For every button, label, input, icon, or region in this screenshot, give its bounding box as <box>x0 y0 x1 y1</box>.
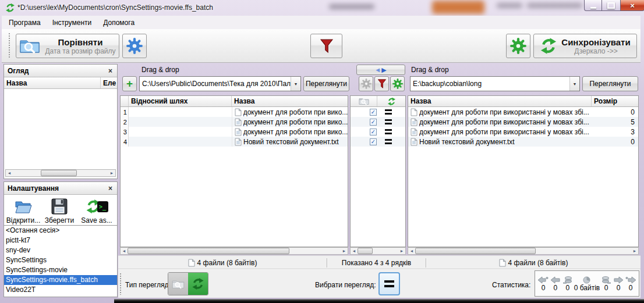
scrollbar-thumb[interactable] <box>41 170 77 176</box>
console-icon: >_ <box>97 201 108 212</box>
folder-search-icon <box>19 38 40 54</box>
table-row[interactable]: 4 Новий текстовий документ.txt <box>121 137 348 147</box>
include-checkbox[interactable]: ✓ <box>370 138 377 145</box>
settings-toolbar: Відкрити... Зберегти <box>4 195 117 226</box>
list-item[interactable]: sny-dev <box>4 245 117 255</box>
list-item-selected[interactable]: SyncSettings-movie.ffs_batch <box>4 275 117 285</box>
column-size[interactable]: Розмір <box>592 96 638 106</box>
equal-icon[interactable] <box>385 109 392 115</box>
toolbar-gripper[interactable] <box>8 33 10 58</box>
scrollbar-thumb[interactable] <box>415 248 536 254</box>
column-name[interactable]: Назва <box>408 96 592 106</box>
include-checkbox[interactable]: ✓ <box>370 109 377 116</box>
include-checkbox[interactable]: ✓ <box>370 129 377 136</box>
compare-settings-button[interactable] <box>122 34 147 58</box>
title-bar[interactable]: *D:\users\lex\MyDocuments\cron\SyncSetti… <box>0 0 644 16</box>
list-item[interactable]: SyncSettings <box>4 255 117 265</box>
close-icon[interactable]: × <box>107 67 114 75</box>
menu-program[interactable]: Програма <box>4 17 45 28</box>
category-view-button[interactable] <box>168 273 188 295</box>
scroll-left-icon[interactable]: ◄ <box>408 248 415 254</box>
column-name[interactable]: Назва <box>232 96 348 106</box>
column-relative-path[interactable]: Відносний шлях <box>129 96 232 106</box>
table-row[interactable]: документ для роботи при використанні у м… <box>408 117 638 127</box>
settings-panel: Налаштування × Відкрити... <box>3 181 118 297</box>
local-sync-settings-button[interactable] <box>390 76 405 91</box>
menu-help[interactable]: Допомога <box>98 17 139 28</box>
scroll-left-icon[interactable]: ◄ <box>6 170 13 176</box>
table-row[interactable]: 1 документ для роботи при вико... <box>121 107 348 117</box>
right-grid-hscrollbar[interactable]: ◄ ► <box>408 247 639 255</box>
save-as-batch-button[interactable]: >_ Save as... <box>77 197 116 224</box>
equal-icon[interactable] <box>385 139 392 144</box>
equal-icon[interactable] <box>385 129 392 134</box>
file-icon <box>411 108 417 116</box>
open-config-button[interactable]: Відкрити... <box>5 197 41 224</box>
browse-left-button[interactable]: Переглянути <box>303 76 349 91</box>
scroll-right-icon[interactable]: ► <box>108 170 115 176</box>
add-folder-pair-button[interactable]: + <box>122 76 137 91</box>
browse-right-button[interactable]: Переглянути <box>582 76 638 91</box>
table-row[interactable]: документ для роботи при використанні у м… <box>408 107 638 117</box>
include-checkbox[interactable]: ✓ <box>370 119 377 126</box>
table-row[interactable]: 2 документ для роботи при вико... <box>121 117 348 127</box>
scroll-right-icon[interactable]: ► <box>398 248 405 254</box>
column-name[interactable]: Назва <box>4 77 101 88</box>
local-compare-settings-button[interactable] <box>359 76 373 91</box>
list-item[interactable]: SyncSettings-movie <box>4 265 117 275</box>
compare-button[interactable]: Порівняти Дата та розмір файлу <box>16 34 119 58</box>
left-folder-combobox[interactable]: C:\Users\Public\Documents\Тека для 2010\… <box>139 76 301 91</box>
row-number: 2 <box>121 117 129 127</box>
equal-icon[interactable] <box>385 119 392 124</box>
status-center: Показано 4 з 4 рядків <box>327 256 426 270</box>
scrollbar-thumb[interactable] <box>358 248 373 254</box>
action-column-header[interactable] <box>377 96 405 106</box>
main-toolbar: Порівняти Дата та розмір файлу <box>2 29 641 63</box>
sync-settings-button[interactable] <box>506 34 530 58</box>
swap-sides-button[interactable]: ◄▶ <box>356 65 405 75</box>
close-button[interactable]: × <box>620 0 644 11</box>
drag-drop-label-left: Drag & drop <box>141 66 179 74</box>
category-column-header[interactable] <box>351 96 377 106</box>
table-row: ✓ <box>351 127 405 137</box>
left-grid-hscrollbar[interactable]: ◄ ► <box>120 247 348 255</box>
chevron-down-icon[interactable]: ▼ <box>291 77 300 91</box>
overview-hscrollbar[interactable]: ◄ ► <box>5 169 116 177</box>
relative-path-cell <box>129 107 232 117</box>
file-icon <box>235 118 242 126</box>
table-row[interactable]: документ для роботи при використанні у м… <box>408 127 638 137</box>
close-icon[interactable]: × <box>107 184 114 193</box>
chevron-down-icon[interactable]: ▼ <box>569 77 579 91</box>
list-item[interactable]: Video22T <box>4 285 117 295</box>
background-blur-text <box>527 3 582 8</box>
equal-view-filter-button[interactable] <box>378 272 400 295</box>
list-item[interactable]: pictt-kt7 <box>4 236 117 245</box>
scroll-left-icon[interactable]: ◄ <box>121 248 128 254</box>
local-filter-button[interactable] <box>374 76 389 91</box>
table-row[interactable]: 3 документ для роботи при вико... <box>121 127 348 137</box>
scroll-right-icon[interactable]: ► <box>631 248 638 254</box>
save-config-button[interactable]: Зберегти <box>41 197 77 224</box>
middle-grid-hscrollbar[interactable]: ◄ ► <box>350 247 406 255</box>
scroll-right-icon[interactable]: ► <box>341 248 348 254</box>
synchronize-button[interactable]: Синхронізувати Дзеркало ->> <box>533 34 637 58</box>
table-row[interactable]: Новий текстовий документ.txt 0 <box>408 137 638 147</box>
overview-tree-area[interactable] <box>4 89 117 163</box>
sync-icon <box>192 277 204 290</box>
scroll-left-icon[interactable]: ◄ <box>351 248 358 254</box>
open-folder-icon <box>14 198 33 215</box>
minimize-button[interactable] <box>584 0 602 11</box>
column-items[interactable]: Еле <box>101 77 117 88</box>
list-item[interactable]: <Остання сесія> <box>4 226 117 236</box>
overview-panel-header: Огляд × <box>4 65 117 77</box>
action-view-button[interactable] <box>188 273 208 295</box>
filter-button[interactable] <box>310 34 342 58</box>
gear-icon <box>510 38 526 54</box>
menu-tools[interactable]: Інструменти <box>48 17 97 28</box>
maximize-button[interactable] <box>602 0 620 11</box>
right-folder-combobox[interactable]: E:\backup\cobian\long ▼ <box>410 76 580 91</box>
stat-update-left: 0 <box>550 276 561 292</box>
create-right-icon <box>625 276 636 284</box>
bottom-gripper[interactable] <box>119 273 122 295</box>
scrollbar-thumb[interactable] <box>128 248 289 254</box>
